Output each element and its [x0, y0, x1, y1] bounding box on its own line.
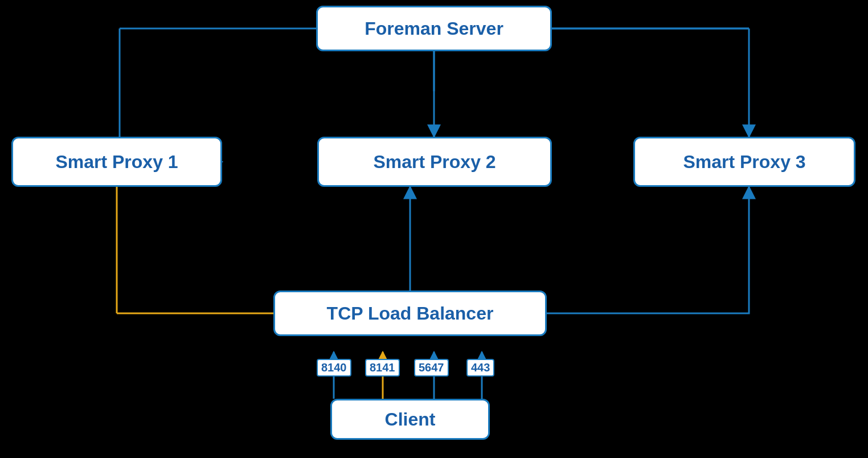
smart-proxy-2-label: Smart Proxy 2 — [373, 152, 496, 173]
load-balancer-label: TCP Load Balancer — [327, 303, 494, 324]
client-node: Client — [330, 399, 490, 440]
port-8140-label: 8140 — [317, 359, 351, 377]
smart-proxy-1-label: Smart Proxy 1 — [55, 152, 178, 173]
diagram: Foreman Server Smart Proxy 1 Smart Proxy… — [0, 0, 868, 458]
port-5647-label: 5647 — [414, 359, 449, 377]
foreman-server-label: Foreman Server — [365, 18, 503, 39]
load-balancer-node: TCP Load Balancer — [273, 291, 547, 336]
smart-proxy-3-label: Smart Proxy 3 — [683, 152, 805, 173]
port-443-label: 443 — [466, 359, 494, 377]
smart-proxy-2-node: Smart Proxy 2 — [317, 137, 552, 187]
diagram-svg — [0, 0, 868, 458]
foreman-server-node: Foreman Server — [316, 6, 552, 51]
port-8141-label: 8141 — [365, 359, 400, 377]
client-label: Client — [385, 409, 436, 430]
smart-proxy-1-node: Smart Proxy 1 — [11, 137, 222, 187]
smart-proxy-3-node: Smart Proxy 3 — [633, 137, 855, 187]
